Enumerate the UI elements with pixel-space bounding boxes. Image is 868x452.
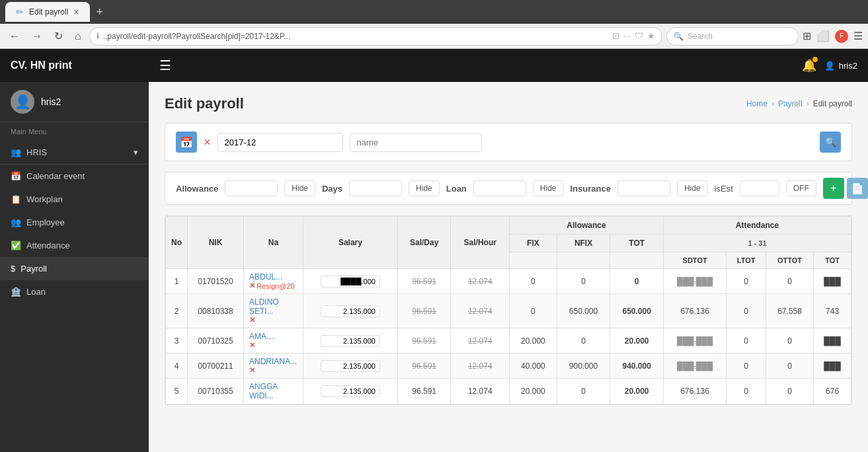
clear-date-btn[interactable]: × — [204, 135, 211, 149]
username-label: hris2 — [41, 96, 61, 107]
cell-name: AMA.... ✕ — [244, 328, 303, 354]
sidebar-item-attendance[interactable]: ✅ Attendance — [0, 234, 149, 257]
tab-close-btn[interactable]: × — [73, 7, 79, 17]
cell-no: 2 — [166, 294, 188, 328]
cell-salday: 96.591 — [397, 294, 451, 328]
sidebar: CV. HN print 👤 hris2 Main Menu 👥 HRIS ▾ … — [0, 49, 149, 452]
payroll-label: Payroll — [20, 264, 47, 274]
sidebar-item-employee[interactable]: 👥 Employee — [0, 211, 149, 234]
days-label: Days — [322, 184, 342, 194]
employee-icon: 👥 — [11, 217, 21, 227]
loan-label: Loan — [26, 287, 46, 297]
add-btn[interactable]: + — [823, 178, 844, 199]
cell-salhour: 12.074 — [451, 354, 510, 379]
topbar-menu-btn[interactable]: ☰ — [159, 57, 171, 73]
cell-salary[interactable] — [303, 294, 398, 328]
allowance-hide-btn[interactable]: Hide — [284, 180, 315, 196]
home-btn[interactable]: ⌂ — [71, 28, 85, 45]
cell-nfix: 650.000 — [557, 294, 610, 328]
attendance-icon: ✅ — [11, 241, 21, 250]
cell-ltot: 0 — [727, 269, 766, 294]
calendar-btn[interactable]: 📅 — [176, 132, 197, 153]
page-content: Edit payroll Home › Payroll › Edit payro… — [149, 82, 868, 418]
payroll-table: No NIK Na Salary Sal/Day Sal/Hour Allowa… — [165, 216, 851, 404]
cell-ottot: 67.558 — [766, 294, 813, 328]
sidebar-item-calendar[interactable]: 📅 Calendar event — [0, 165, 149, 188]
cell-ltot: 0 — [727, 294, 766, 328]
browser-tab[interactable]: ✏ Edit payroll × — [5, 2, 90, 22]
isest-input[interactable] — [740, 180, 779, 196]
payroll-table-wrapper: No NIK Na Salary Sal/Day Sal/Hour Allowa… — [165, 215, 852, 405]
loan-input[interactable] — [473, 180, 526, 196]
breadcrumb-payroll[interactable]: Payroll — [778, 99, 803, 108]
attendance-label: Attendance — [26, 241, 70, 250]
col-header-fix: FIX — [510, 235, 557, 252]
cell-no: 3 — [166, 328, 188, 354]
doc-btn[interactable]: 📄 — [847, 178, 868, 199]
sidebar-item-loan[interactable]: 🏦 Loan — [0, 280, 149, 303]
payroll-icon: $ — [11, 264, 15, 274]
cell-tot: 20.000 — [610, 328, 664, 354]
sidebar-header: CV. HN print — [0, 49, 149, 82]
table-row: 1 01701520 ABDUL... ✕Resign@20 96.591 12… — [166, 269, 851, 294]
address-bar[interactable]: ℹ ..payroll/edit-payroll?PayrollSearch[p… — [89, 27, 662, 46]
new-tab-btn[interactable]: + — [97, 5, 104, 19]
cell-salary[interactable] — [303, 379, 398, 404]
off-btn[interactable]: OFF — [786, 180, 816, 196]
firefox-icon[interactable]: F — [835, 30, 848, 43]
workplan-icon: 📋 — [11, 194, 21, 204]
topbar-username: hris2 — [839, 61, 857, 71]
sidebar-item-payroll[interactable]: $ Payroll — [0, 257, 149, 280]
topbar-user-icon: 👤 — [824, 61, 835, 71]
col-header-nfix: NFIX — [557, 235, 610, 252]
cell-sdtot: 676.136 — [663, 379, 726, 404]
cell-salhour: 12.074 — [451, 379, 510, 404]
col-sub-ottot: OTTOT — [766, 252, 813, 269]
tab-title: Edit payroll — [29, 7, 68, 17]
cell-salary[interactable] — [303, 269, 398, 294]
table-row: 4 00700211 ANDRIANA... ✕ 96.591 12.074 — [166, 354, 851, 379]
days-hide-btn[interactable]: Hide — [409, 180, 440, 196]
loan-hide-btn[interactable]: Hide — [533, 180, 564, 196]
menu-icon[interactable]: ☰ — [853, 30, 863, 42]
browser-bar: ✏ Edit payroll × + — [0, 0, 868, 24]
sidebar-section-hris[interactable]: 👥 HRIS ▾ — [0, 141, 149, 165]
cell-no: 1 — [166, 269, 188, 294]
cell-tot: 0 — [610, 269, 664, 294]
insurance-input[interactable] — [617, 180, 670, 196]
date-input[interactable] — [217, 133, 343, 152]
isest-label: isEst — [715, 184, 733, 194]
cell-salday: 96.591 — [397, 269, 451, 294]
search-btn[interactable]: 🔍 — [820, 132, 841, 153]
forward-btn[interactable]: → — [28, 28, 46, 45]
cell-fix: 20.000 — [510, 328, 557, 354]
allowance-input[interactable] — [225, 180, 278, 196]
cell-salary[interactable] — [303, 354, 398, 379]
reader-icon[interactable]: ⬜ — [816, 30, 830, 42]
back-btn[interactable]: ← — [5, 28, 24, 45]
cell-tot2: 676 — [814, 379, 851, 404]
notification-bell[interactable]: 🔔 — [802, 58, 816, 73]
insurance-label: Insurance — [571, 184, 611, 194]
cell-salary[interactable] — [303, 328, 398, 354]
topbar-user[interactable]: 👤 hris2 — [824, 61, 857, 71]
sidebar-item-workplan[interactable]: 📋 Workplan — [0, 188, 149, 211]
sidebar-menu: 📅 Calendar event 📋 Workplan 👥 Employee ✅… — [0, 165, 149, 303]
calendar-icon: 📅 — [11, 171, 21, 181]
table-row: 2 00810338 ALDINO SETI... ✕ 96.591 12.07… — [166, 294, 851, 328]
breadcrumb-current: Edit payroll — [813, 99, 852, 108]
cell-salday: 96.591 — [397, 328, 451, 354]
name-input[interactable] — [350, 133, 482, 152]
cell-ltot: 0 — [727, 328, 766, 354]
days-input[interactable] — [349, 180, 402, 196]
browser-search-bar[interactable]: 🔍 Search — [666, 27, 799, 46]
reload-btn[interactable]: ↻ — [50, 27, 67, 45]
breadcrumb-home[interactable]: Home — [746, 99, 768, 108]
employee-label: Employee — [26, 217, 65, 227]
col-sub-tot2: TOT — [814, 252, 851, 269]
library-icon[interactable]: ⊞ — [803, 30, 811, 42]
notification-dot — [812, 57, 818, 62]
insurance-hide-btn[interactable]: Hide — [677, 180, 708, 196]
cell-nik: 00710355 — [188, 379, 244, 404]
col-header-nik: NIK — [188, 217, 244, 269]
